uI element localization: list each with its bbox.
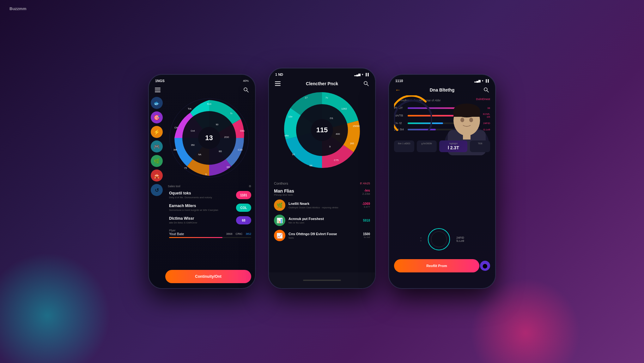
item2-3-content: Cns Ohttngo D9 Evlnrt Foose fasts: [289, 232, 360, 239]
svg-text:75: 75: [184, 167, 187, 170]
phone-1-cta-button[interactable]: Continuity/Ont: [165, 270, 251, 283]
list-item-3-badge: 68: [236, 216, 251, 224]
phone-2-notch: [301, 68, 343, 77]
phone-1-content-list: Oquetil toks Dety d of file. Dunouments …: [165, 188, 255, 241]
main-value-group: -les 2.23st: [362, 188, 370, 195]
player-stat1: 3868: [226, 232, 232, 235]
player-stat3: 3t52: [246, 232, 251, 235]
svg-text:6t5: 6t5: [219, 150, 222, 152]
stat-card-highlight: highlight l 2.3T: [439, 140, 467, 152]
svg-text:68: 68: [310, 164, 313, 167]
phone-1-chart-area: 513 Tr O81 C20 3t5 5 75 36f Ctf Tck 90 Z…: [163, 92, 255, 184]
phones-showcase: 1NGS 40%: [148, 71, 496, 292]
chart-label-1: Sales tool: [168, 185, 180, 188]
phone-2-wifi: ▾: [362, 73, 363, 76]
svg-text:O81: O81: [240, 129, 245, 132]
sidebar-item-5[interactable]: 🌿: [151, 155, 163, 167]
stat-label-4: T83t: [472, 142, 488, 145]
phone-2-content-list: Conthors 8' Aln25 Man Flias Ptnvop bnvr …: [269, 179, 375, 247]
list-item-2-sub: Somorisow a mont kurgnib wr bthr Cavryta…: [169, 209, 236, 211]
phone-1-list-item-2: Earnach Milers Somorisow a mont kurgnib …: [169, 204, 251, 212]
svg-rect-49: [453, 110, 480, 117]
phone-2-section-header: Conthors 8' Aln25: [274, 182, 370, 185]
phone-2-status-icons: ▂▄▆ ▾ ▐▐: [354, 73, 369, 76]
phone-1-notch: [181, 75, 222, 84]
wheel-center-2: 115: [311, 119, 333, 141]
sidebar-item-2[interactable]: 🎯: [151, 111, 163, 123]
player-stat2: CRtC: [235, 232, 242, 235]
stat-card-4: T83t: [470, 140, 490, 152]
bg-decoration-left: [0, 253, 111, 363]
phone-3-signal: ▂▄▆: [474, 79, 481, 82]
svg-text:C75: C75: [334, 159, 339, 162]
list-item-2-title: Earnach Milers: [169, 204, 236, 208]
svg-text:9: 9: [329, 145, 331, 148]
phone-2-bottom-bar: [269, 272, 375, 288]
main-item-content: Man Flias Ptnvop bnvr bvtn: [274, 188, 294, 196]
phone-3-title: Dna Bltethg: [430, 87, 455, 92]
stat-label-highlight: highlight: [441, 142, 465, 145]
section-link-2[interactable]: 8' Aln25: [360, 182, 370, 185]
avatar-2-3: 📈: [274, 230, 285, 241]
svg-text:17: 17: [305, 96, 308, 99]
player-progress-fill: [169, 237, 222, 238]
background-label: Buzzmm: [9, 6, 26, 11]
sidebar-item-1[interactable]: 🐟: [151, 97, 163, 109]
phone-2-signal: ▂▄▆: [354, 73, 361, 76]
svg-text:5: 5: [205, 173, 207, 176]
knob-right-label-2: l1.Lo9: [456, 239, 464, 242]
phone-1-battery: 40%: [243, 79, 249, 82]
main-sub-value: 2.23st: [362, 192, 370, 195]
list-item-1-title: Oquetil toks: [169, 191, 236, 195]
stat-card-1: 6on 1 utDE3: [394, 140, 414, 152]
item2-3-subval: tv /mf: [363, 236, 370, 239]
svg-text:Cn4: Cn4: [191, 130, 195, 132]
player-label: Plyer: [169, 229, 251, 232]
player-info: Yout Bate 3868 CRtC 3t52: [169, 232, 251, 236]
knob-left-label-2: ○: [420, 239, 422, 242]
phone-1-menu-icon[interactable]: [154, 86, 161, 94]
svg-text:7c: 7c: [325, 96, 328, 99]
section-title-2: Conthors: [274, 182, 288, 185]
main-value: -les: [362, 188, 370, 192]
phone-1-list-item-1: Oquetil toks Dety d of file. Dunouments …: [169, 191, 251, 199]
svg-text:2lt5: 2lt5: [350, 142, 354, 145]
player-section: Plyer Yout Bate 3868 CRtC 3t52: [169, 229, 251, 238]
wheel-center-value-2: 115: [316, 126, 328, 134]
knob-circle[interactable]: [428, 228, 450, 250]
phone-2-chart-area: 7c 1262 15690 2lt5 C75 68 97 u6o 13v 17 …: [269, 86, 375, 174]
sidebar-item-7[interactable]: ↺: [151, 184, 163, 196]
stat-label-1: 6on 1 utDE3: [396, 142, 412, 145]
phone-3-stats-row: 6on 1 utDE3 g 6cO0D6r highlight l 2.3T T…: [389, 138, 495, 155]
svg-text:13v: 13v: [289, 115, 293, 118]
item2-1-value: -1069: [362, 202, 370, 205]
phone-1-sidebar: 🐟 🎯 ⚡ 🎮 🌿 🎪 ↺: [149, 94, 165, 288]
phone-3-bottom-icon[interactable]: ⬤: [480, 261, 490, 271]
item2-2-content: Acnnuk put Foeshest Nln nr ftu usm: [289, 217, 360, 224]
chart-settings-icon[interactable]: ⚙: [249, 185, 251, 188]
avatar-2-2: 📊: [274, 215, 285, 226]
sidebar-item-6[interactable]: 🎪: [151, 170, 163, 182]
sidebar-item-3[interactable]: ⚡: [151, 126, 163, 138]
main-title: Man Flias: [274, 188, 294, 193]
phone-3: 1110 ▂▄▆ ▾ ▐▐ ← Dna Bltethg: [388, 74, 496, 289]
svg-text:513: 513: [207, 103, 211, 105]
phone-1: 1NGS 40%: [148, 74, 256, 289]
phone-3-cta-button[interactable]: Reoflit Prom: [394, 259, 479, 272]
phone-3-status-icons: ▂▄▆ ▾ ▐▐: [474, 79, 489, 82]
phone-2-list-item-1: 🌿 Lnellit Neark Outhryst Oosm Oast Atntt…: [274, 199, 370, 211]
list-item-2-badge: COL: [236, 204, 251, 212]
svg-text:ZOO: ZOO: [224, 136, 229, 138]
sidebar-item-4[interactable]: 🎮: [151, 140, 163, 152]
phone-2-list-item-3: 📈 Cns Ohttngo D9 Evlnrt Foose fasts 1500…: [274, 230, 370, 241]
phone-2: 1 ND ▂▄▆ ▾ ▐▐ Clencther Pnck: [268, 68, 376, 289]
item2-3-title: Cns Ohttngo D9 Evlnrt Foose: [289, 232, 360, 236]
phone-2-title: Clencther Pnck: [306, 81, 338, 86]
svg-rect-23: [275, 81, 281, 82]
item2-3-value: 1500: [363, 232, 370, 236]
item2-2-sub: Nln nr ftu usm: [289, 221, 360, 224]
svg-rect-2: [155, 92, 161, 92]
phone-2-wheel-chart: 7c 1262 15690 2lt5 C75 68 97 u6o 13v 17 …: [281, 89, 363, 171]
svg-text:36f: 36f: [173, 148, 177, 151]
svg-text:90: 90: [216, 123, 218, 126]
